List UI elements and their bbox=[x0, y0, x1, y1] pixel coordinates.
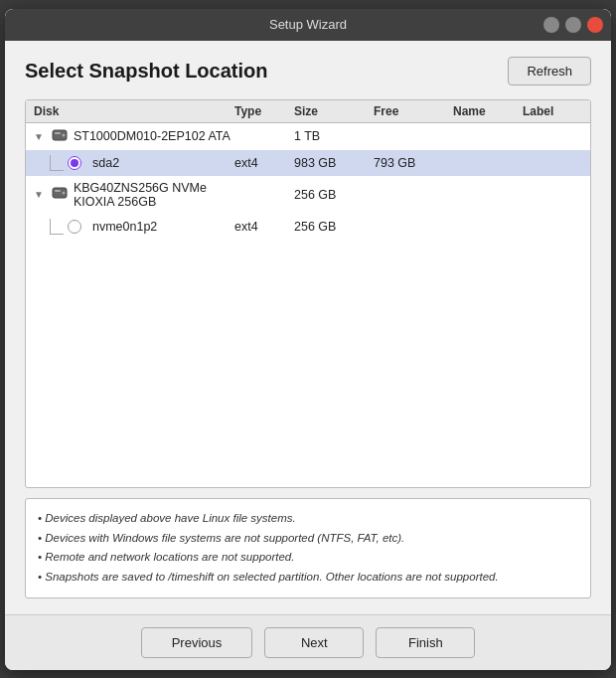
disk-size: 1 TB bbox=[294, 129, 374, 143]
window-title: Setup Wizard bbox=[269, 17, 347, 32]
partition-type: ext4 bbox=[234, 156, 294, 170]
disk2-name-cell: ▼ KBG40ZNS256G NVMe KIOXIA 256GB bbox=[34, 181, 234, 209]
window-controls: – □ × bbox=[543, 17, 603, 33]
col-type: Type bbox=[234, 104, 294, 118]
main-content: Select Snapshot Location Refresh Disk Ty… bbox=[5, 41, 611, 614]
partition-size: 983 GB bbox=[294, 156, 374, 170]
col-size: Size bbox=[294, 104, 374, 118]
nvme-icon bbox=[52, 186, 68, 203]
maximize-button[interactable]: □ bbox=[565, 17, 581, 33]
note-1: Devices displayed above have Linux file … bbox=[38, 509, 578, 529]
tree-line-2 bbox=[50, 219, 64, 235]
titlebar: Setup Wizard – □ × bbox=[5, 9, 611, 41]
notes-box: Devices displayed above have Linux file … bbox=[25, 498, 591, 597]
disk2-label: KBG40ZNS256G NVMe KIOXIA 256GB bbox=[74, 181, 234, 209]
next-button[interactable]: Next bbox=[264, 627, 364, 658]
partition-radio-selected[interactable] bbox=[68, 156, 81, 170]
note-3: Remote and network locations are not sup… bbox=[38, 548, 578, 568]
table-row[interactable]: ▼ KBG40ZNS256G NVMe KIOXIA 256GB 256 GB bbox=[26, 176, 590, 214]
partition-free: 793 GB bbox=[374, 156, 453, 170]
nvme-partition-label: nvme0n1p2 bbox=[92, 220, 157, 234]
note-2: Devices with Windows file systems are no… bbox=[38, 529, 578, 549]
svg-point-2 bbox=[62, 133, 65, 136]
refresh-button[interactable]: Refresh bbox=[508, 57, 591, 85]
partition-label: sda2 bbox=[92, 156, 119, 170]
tree-line bbox=[50, 155, 64, 171]
disk2-size: 256 GB bbox=[294, 188, 374, 202]
footer: Previous Next Finish bbox=[5, 614, 611, 670]
table-header: Disk Type Size Free Name Label bbox=[26, 100, 590, 123]
svg-rect-4 bbox=[55, 190, 61, 192]
table-row[interactable]: ▼ ST1000DM010-2EP102 ATA 1 TB bbox=[26, 123, 590, 150]
nvme-partition-radio[interactable] bbox=[68, 220, 81, 234]
col-name: Name bbox=[453, 104, 523, 118]
disk-name-cell: ▼ ST1000DM010-2EP102 ATA bbox=[34, 128, 234, 145]
nvme-partition-size: 256 GB bbox=[294, 220, 374, 234]
disk-table: Disk Type Size Free Name Label ▼ bbox=[25, 99, 591, 489]
col-label: Label bbox=[523, 104, 582, 118]
nvme-partition-type: ext4 bbox=[234, 220, 294, 234]
table-row[interactable]: nvme0n1p2 ext4 256 GB bbox=[26, 214, 590, 240]
table-body: ▼ ST1000DM010-2EP102 ATA 1 TB bbox=[26, 123, 590, 488]
page-title: Select Snapshot Location bbox=[25, 60, 267, 83]
partition-name-cell: sda2 bbox=[34, 155, 234, 171]
previous-button[interactable]: Previous bbox=[141, 627, 253, 658]
minimize-button[interactable]: – bbox=[543, 17, 559, 33]
tree-indent-2 bbox=[34, 219, 81, 235]
disk-label: ST1000DM010-2EP102 ATA bbox=[74, 129, 231, 143]
expand-icon: ▼ bbox=[34, 189, 44, 200]
table-row[interactable]: sda2 ext4 983 GB 793 GB bbox=[26, 150, 590, 176]
svg-point-5 bbox=[62, 192, 65, 195]
tree-indent bbox=[34, 155, 81, 171]
nvme-partition-cell: nvme0n1p2 bbox=[34, 219, 234, 235]
hdd-icon bbox=[52, 128, 68, 145]
close-button[interactable]: × bbox=[587, 17, 603, 33]
radio-inner bbox=[71, 159, 78, 167]
expand-icon: ▼ bbox=[34, 131, 44, 142]
header-row: Select Snapshot Location Refresh bbox=[25, 57, 591, 85]
finish-button[interactable]: Finish bbox=[376, 627, 475, 658]
setup-wizard-window: Setup Wizard – □ × Select Snapshot Locat… bbox=[5, 9, 611, 670]
svg-rect-1 bbox=[55, 132, 61, 134]
col-free: Free bbox=[374, 104, 453, 118]
note-4: Snapshots are saved to /timeshift on sel… bbox=[38, 568, 578, 588]
col-disk: Disk bbox=[34, 104, 234, 118]
